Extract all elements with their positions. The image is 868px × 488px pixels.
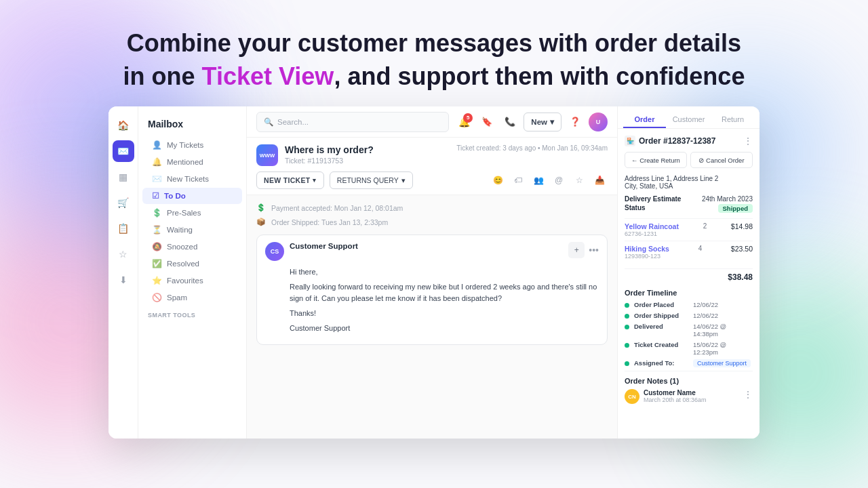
order-number: 🏪 Order #12837-12387 xyxy=(625,136,715,146)
sidebar-icon-doc[interactable]: 📋 xyxy=(113,218,134,239)
note-more-button[interactable]: ⋮ xyxy=(743,389,753,400)
returns-query-chevron: ▾ xyxy=(401,176,406,184)
message-greeting: Hi there, xyxy=(290,266,599,278)
nav-label-snoozed: Snoozed xyxy=(167,243,197,251)
message-header: CS Customer Support + ••• xyxy=(265,242,599,261)
tag-icon[interactable]: 🏷 xyxy=(510,172,526,188)
sidebar-icon-grid[interactable]: ▦ xyxy=(113,166,134,188)
tab-return[interactable]: Return xyxy=(711,112,754,128)
new-button[interactable]: New ▾ xyxy=(524,113,561,131)
item-1-name[interactable]: Yellow Raincoat xyxy=(625,222,679,230)
date-ticket-created: 15/06/22 @ 12:23pm xyxy=(693,341,753,356)
new-ticket-label: NEW TICKET xyxy=(264,176,310,184)
assign-icon[interactable]: 👥 xyxy=(530,172,547,188)
status-badge: Shipped xyxy=(718,204,753,213)
sidebar-icon-mail[interactable]: ✉️ xyxy=(113,140,134,162)
icon-sidebar: 🏠 ✉️ ▦ 🛒 📋 ☆ ⬇ xyxy=(108,106,138,439)
nav-item-spam[interactable]: 🚫 Spam xyxy=(142,289,242,306)
timeline-order-shipped: Order Shipped 12/06/22 xyxy=(625,312,753,319)
order-address: Address Line 1, Address Line 2 City, Sta… xyxy=(625,175,753,190)
new-button-label: New xyxy=(531,118,547,126)
sidebar-icon-home[interactable]: 🏠 xyxy=(113,115,134,136)
nav-item-todo[interactable]: ☑ To Do xyxy=(142,188,242,204)
www-badge: WWW xyxy=(256,144,278,166)
mailbox-title: Mailbox xyxy=(138,115,246,136)
label-order-placed: Order Placed xyxy=(634,301,688,308)
add-message-button[interactable]: + xyxy=(568,242,585,258)
nav-item-pre-sales[interactable]: 💲 Pre-Sales xyxy=(142,205,242,221)
search-box[interactable]: 🔍 Search... xyxy=(256,112,449,132)
dot-assigned xyxy=(625,361,629,366)
mentioned-icon: 🔔 xyxy=(152,157,162,167)
address-line2: City, State, USA xyxy=(625,182,753,190)
timeline-section-title: Order Timeline xyxy=(625,289,753,297)
phone-button[interactable]: 📞 xyxy=(500,113,519,131)
nav-item-waiting[interactable]: ⏳ Waiting xyxy=(142,222,242,238)
item-1-info: Yellow Raincoat 62736-1231 xyxy=(625,222,679,237)
hero-section: Combine your customer messages with orde… xyxy=(0,0,868,106)
returns-query-label: RETURNS QUERY xyxy=(337,176,399,184)
message-options-button[interactable]: ••• xyxy=(589,245,599,256)
note-avatar: CN xyxy=(625,389,639,404)
new-ticket-chevron: ▾ xyxy=(313,177,316,184)
tab-customer[interactable]: Customer xyxy=(667,112,710,128)
action-icons: 😊 🏷 👥 @ ☆ 📥 xyxy=(490,172,608,188)
star-icon[interactable]: ☆ xyxy=(571,172,587,188)
message-body: Really looking forward to receiving my n… xyxy=(290,281,599,304)
returns-query-button[interactable]: RETURNS QUERY ▾ xyxy=(330,171,413,189)
order-header: 🏪 Order #12837-12387 ⋮ xyxy=(625,136,753,146)
item-2-qty: 4 xyxy=(693,245,707,252)
item-2-name[interactable]: Hiking Socks xyxy=(625,245,669,253)
nav-item-snoozed[interactable]: 🔕 Snoozed xyxy=(142,239,242,255)
note-item-1: CN Customer Name March 20th at 08:36am ⋮ xyxy=(625,389,753,404)
at-icon[interactable]: @ xyxy=(551,172,567,188)
nav-item-favourites[interactable]: ⭐ Favourites xyxy=(142,272,242,289)
user-avatar[interactable]: U xyxy=(589,113,608,131)
create-return-button[interactable]: ← Create Return xyxy=(625,152,687,168)
order-items: Yellow Raincoat 62736-1231 2 $14.98 Hiki… xyxy=(625,218,753,263)
payment-text: Payment accepted: Mon Jan 12, 08:01am xyxy=(271,204,403,212)
nav-label-spam: Spam xyxy=(167,293,187,302)
nav-item-my-tickets[interactable]: 👤 My Tickets xyxy=(142,137,242,153)
order-timeline: Order Placed 12/06/22 Order Shipped 12/0… xyxy=(625,301,753,367)
ticket-subject: Where is my order? xyxy=(285,144,374,155)
order-number-text: Order #12837-12387 xyxy=(639,136,715,146)
nav-item-new-tickets[interactable]: ✉️ New Tickets xyxy=(142,171,242,187)
notifications-button[interactable]: 🔔 5 xyxy=(454,113,473,131)
nav-item-resolved[interactable]: ✅ Resolved xyxy=(142,256,242,272)
payment-icon: 💲 xyxy=(256,203,266,212)
message-bubble: CS Customer Support + ••• Hi there, Real… xyxy=(256,235,608,345)
favourites-icon: ⭐ xyxy=(152,276,162,285)
waiting-icon: ⏳ xyxy=(152,225,162,235)
app-window: 🏠 ✉️ ▦ 🛒 📋 ☆ ⬇ Mailbox 👤 My Tickets 🔔 Me… xyxy=(108,106,760,439)
ticket-id: Ticket: #11913753 xyxy=(285,157,374,165)
order-item-1: Yellow Raincoat 62736-1231 2 $14.98 xyxy=(625,218,753,241)
hero-line1: Combine your customer messages with orde… xyxy=(127,29,741,57)
dot-ticket-created xyxy=(625,343,629,348)
nav-item-mentioned[interactable]: 🔔 Mentioned xyxy=(142,154,242,170)
sidebar-icon-star[interactable]: ☆ xyxy=(113,243,134,265)
help-button[interactable]: ❓ xyxy=(566,113,585,131)
bookmark-button[interactable]: 🔖 xyxy=(477,113,496,131)
new-ticket-button[interactable]: NEW TICKET ▾ xyxy=(256,171,324,189)
delivery-date: 24th March 2023 xyxy=(702,195,753,203)
new-tickets-icon: ✉️ xyxy=(152,174,162,184)
dot-delivered xyxy=(625,325,629,329)
sidebar-icon-cart[interactable]: 🛒 xyxy=(113,192,134,214)
tab-order[interactable]: Order xyxy=(623,112,666,128)
order-more-button[interactable]: ⋮ xyxy=(743,136,753,146)
sidebar-icon-download[interactable]: ⬇ xyxy=(113,269,134,291)
status-label: Status xyxy=(625,204,646,213)
order-total-amount: $38.48 xyxy=(728,272,753,282)
archive-icon[interactable]: 📥 xyxy=(591,172,608,188)
order-total: $38.48 xyxy=(625,268,753,282)
order-item-2: Hiking Socks 1293890-123 4 $23.50 xyxy=(625,241,753,263)
note-content: Customer Name March 20th at 08:36am xyxy=(644,389,739,403)
search-icon: 🔍 xyxy=(264,117,273,127)
nav-sidebar: Mailbox 👤 My Tickets 🔔 Mentioned ✉️ New … xyxy=(138,106,247,439)
ticket-subject-row: WWW Where is my order? Ticket: #11913753… xyxy=(256,144,608,166)
my-tickets-icon: 👤 xyxy=(152,140,162,150)
hero-highlight: Ticket View xyxy=(202,62,334,90)
emoji-icon[interactable]: 😊 xyxy=(490,172,506,188)
cancel-order-button[interactable]: ⊘ Cancel Order xyxy=(690,152,753,168)
